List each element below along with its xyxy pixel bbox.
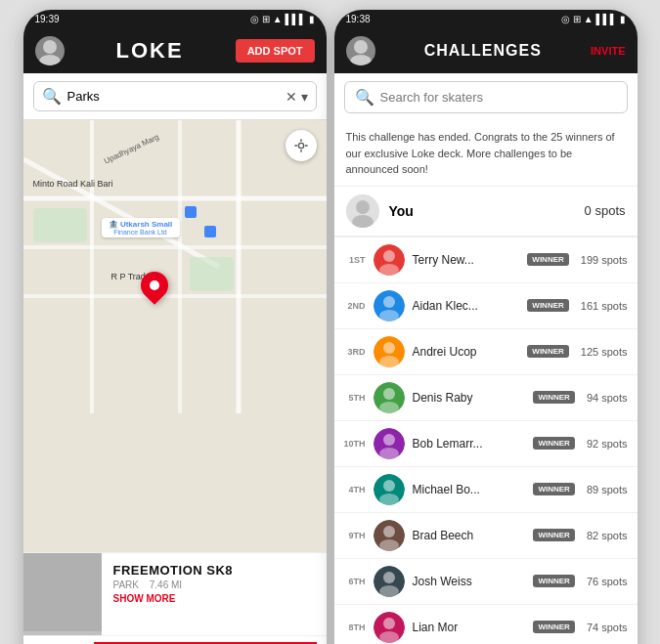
spot-type: PARK [113,580,140,590]
lb-avatar [374,474,405,505]
lb-name: Denis Raby [413,391,526,405]
svg-point-24 [383,250,395,262]
you-row: You 0 spots [334,187,638,237]
leaderboard-row: 1ST Terry New... WINNER 199 spots [334,237,638,283]
lb-spots: 125 spots [581,346,628,358]
winner-badge: WINNER [527,299,568,312]
lb-avatar [374,290,405,322]
winner-badge: WINNER [533,575,574,587]
svg-point-40 [379,494,399,505]
svg-point-12 [298,143,303,148]
svg-point-18 [354,40,368,54]
lb-rank: 10TH [344,439,366,449]
lb-rank: 8TH [344,623,366,632]
lb-spots: 76 spots [587,576,628,587]
svg-point-28 [379,310,399,322]
search-actions: ✕ ▾ [286,89,308,105]
search-input[interactable] [67,89,280,104]
map-header: LOKE ADD SPOT [23,28,327,73]
lb-avatar [374,382,405,413]
card-actions: ⊙ 0 ❯ 0 ❯ ON MY WAY [23,635,327,645]
bank-label: 🏦 Utkarsh Small Finance Bank Ltd [102,218,180,237]
lb-spots: 199 spots [581,254,628,266]
svg-point-27 [383,296,395,308]
right-status-icons: ◎ ⊞ ▲ ▌▌▌ ▮ [561,14,625,24]
svg-point-25 [379,264,399,276]
lb-avatar [374,336,405,367]
spot-marker-1[interactable] [185,206,197,218]
leaderboard-row: 3RD Andrei Ucop WINNER 125 spots [334,329,638,375]
you-avatar [346,194,379,228]
lb-avatar [374,612,405,643]
invite-button[interactable]: INVITE [591,45,625,57]
leaderboard: 1ST Terry New... WINNER 199 spots 2ND [334,237,638,645]
clear-icon[interactable]: ✕ [286,89,297,105]
leaderboard-row: 9TH Brad Beech WINNER 82 spots [334,513,638,559]
show-more-button[interactable]: SHOW MORE [113,593,315,604]
lb-spots: 94 spots [587,392,628,404]
svg-point-19 [350,55,372,65]
search-bar: 🔍 ✕ ▾ [23,73,327,120]
svg-point-37 [379,448,399,459]
svg-point-30 [383,342,395,354]
map-area[interactable]: Minto Road Kali Bari 🏦 Utkarsh Small Fin… [23,120,327,552]
expand-icon[interactable]: ▾ [301,89,308,105]
lb-avatar [374,428,405,459]
svg-point-1 [39,55,61,65]
search-icon: 🔍 [355,88,374,107]
lb-name: Andrei Ucop [413,345,520,359]
location-pin[interactable] [141,272,168,299]
my-location-button[interactable] [286,130,317,161]
spot-marker-2[interactable] [204,226,216,237]
challenges-avatar[interactable] [346,36,375,65]
svg-point-21 [356,200,370,214]
left-time: 19:39 [35,14,60,24]
lb-rank: 2ND [344,301,366,311]
winner-badge: WINNER [527,345,568,358]
add-spot-button[interactable]: ADD SPOT [236,39,315,63]
lb-spots: 89 spots [587,484,628,495]
right-phone: 19:38 ◎ ⊞ ▲ ▌▌▌ ▮ CHALLENGES INVITE 🔍 Th… [334,10,638,644]
search-input-row[interactable]: 🔍 ✕ ▾ [33,81,317,111]
avatar[interactable] [35,36,65,65]
spot-meta: PARK 7.46 MI [113,580,315,590]
lb-name: Lian Mor [413,621,526,634]
lb-avatar [374,566,405,597]
lb-avatar [374,244,405,276]
lb-name: Terry New... [413,253,520,267]
leaderboard-row: 2ND Aidan Klec... WINNER 161 spots [334,283,638,329]
svg-point-43 [379,539,399,551]
svg-rect-11 [190,257,234,291]
lb-name: Josh Weiss [413,575,526,588]
svg-point-0 [43,40,57,54]
lb-name: Michael Bo... [413,483,526,496]
lb-name: Brad Beech [413,529,526,542]
spot-distance: 7.46 MI [150,580,182,590]
spot-thumbnail [23,553,102,635]
challenges-title: CHALLENGES [375,42,592,60]
app-logo: LOKE [116,38,184,64]
you-name: You [389,203,575,219]
left-status-icons: ◎ ⊞ ▲ ▌▌▌ ▮ [250,14,314,24]
leaderboard-row: 4TH Michael Bo... WINNER 89 spots [334,467,638,513]
spot-name: FREEMOTION SK8 [113,563,315,578]
challenges-search-box[interactable]: 🔍 [344,81,628,113]
spot-info: FREEMOTION SK8 PARK 7.46 MI SHOW MORE [102,553,327,635]
search-icon: 🔍 [42,87,62,106]
screens-wrapper: 19:39 ◎ ⊞ ▲ ▌▌▌ ▮ LOKE ADD SPOT 🔍 ✕ ▾ [14,0,647,644]
winner-badge: WINNER [533,621,574,633]
lb-rank: 1ST [344,255,366,265]
lb-spots: 82 spots [587,530,628,541]
spot-card: FREEMOTION SK8 PARK 7.46 MI SHOW MORE [23,552,327,635]
lb-rank: 9TH [344,531,366,540]
winner-badge: WINNER [533,483,574,495]
skater-search-input[interactable] [380,90,617,105]
leaderboard-row: 6TH Josh Weiss WINNER 76 spots [334,559,638,605]
winner-badge: WINNER [533,391,574,404]
lb-spots: 74 spots [587,622,628,633]
right-time: 19:38 [346,14,371,24]
challenges-header: CHALLENGES INVITE [334,28,638,73]
svg-point-31 [379,356,399,367]
minto-label: Minto Road Kali Bari [33,179,113,189]
winner-badge: WINNER [527,253,568,266]
